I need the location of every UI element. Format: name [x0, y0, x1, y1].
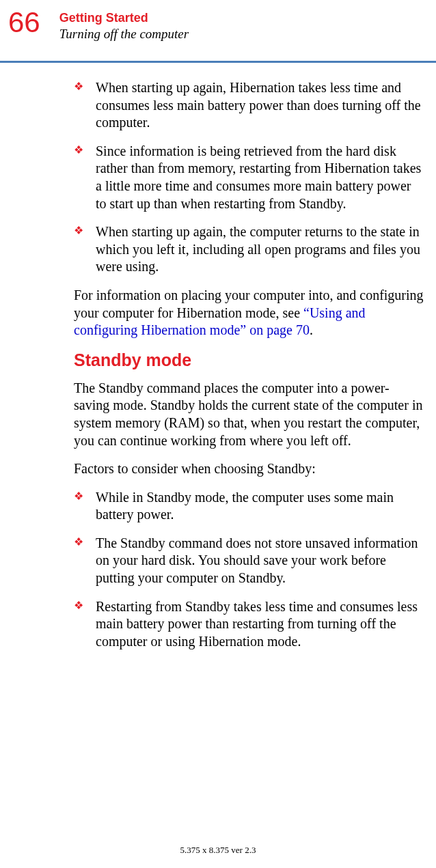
page-footer: 5.375 x 8.375 ver 2.3: [0, 845, 436, 856]
list-item: ❖ When starting up again, Hibernation ta…: [74, 79, 424, 132]
bullet-text: Since information is being retrieved fro…: [96, 143, 424, 212]
page-header: 66 Getting Started Turning off the compu…: [0, 0, 436, 42]
section-title-header: Turning off the computer: [59, 27, 189, 42]
bullet-icon: ❖: [74, 535, 83, 550]
section-heading-standby: Standby mode: [74, 350, 424, 370]
bullet-list-2: ❖ While in Standby mode, the computer us…: [74, 489, 424, 651]
page-content: ❖ When starting up again, Hibernation ta…: [0, 63, 436, 650]
list-item: ❖ The Standby command does not store uns…: [74, 535, 424, 587]
bullet-text: While in Standby mode, the computer uses…: [96, 489, 424, 524]
chapter-title: Getting Started: [59, 11, 189, 25]
paragraph-text-pre: For information on placing your computer…: [74, 288, 424, 320]
header-titles: Getting Started Turning off the computer: [59, 8, 189, 42]
paragraph-factors: Factors to consider when choosing Standb…: [74, 460, 424, 478]
list-item: ❖ Restarting from Standby takes less tim…: [74, 598, 424, 651]
bullet-icon: ❖: [74, 143, 83, 158]
bullet-text: When starting up again, the computer ret…: [96, 223, 424, 276]
list-item: ❖ Since information is being retrieved f…: [74, 143, 424, 212]
bullet-icon: ❖: [74, 598, 83, 613]
list-item: ❖ When starting up again, the computer r…: [74, 223, 424, 276]
list-item: ❖ While in Standby mode, the computer us…: [74, 489, 424, 524]
bullet-icon: ❖: [74, 489, 83, 504]
bullet-icon: ❖: [74, 79, 83, 94]
bullet-text: Restarting from Standby takes less time …: [96, 598, 424, 651]
bullet-text: The Standby command does not store unsav…: [96, 535, 424, 587]
bullet-icon: ❖: [74, 223, 83, 238]
bullet-text: When starting up again, Hibernation take…: [96, 79, 424, 132]
paragraph-standby-description: The Standby command places the computer …: [74, 380, 424, 449]
paragraph-text-post: .: [310, 322, 313, 337]
bullet-list-1: ❖ When starting up again, Hibernation ta…: [74, 79, 424, 276]
paragraph-hibernation-info: For information on placing your computer…: [74, 287, 424, 339]
page-number: 66: [8, 8, 40, 37]
